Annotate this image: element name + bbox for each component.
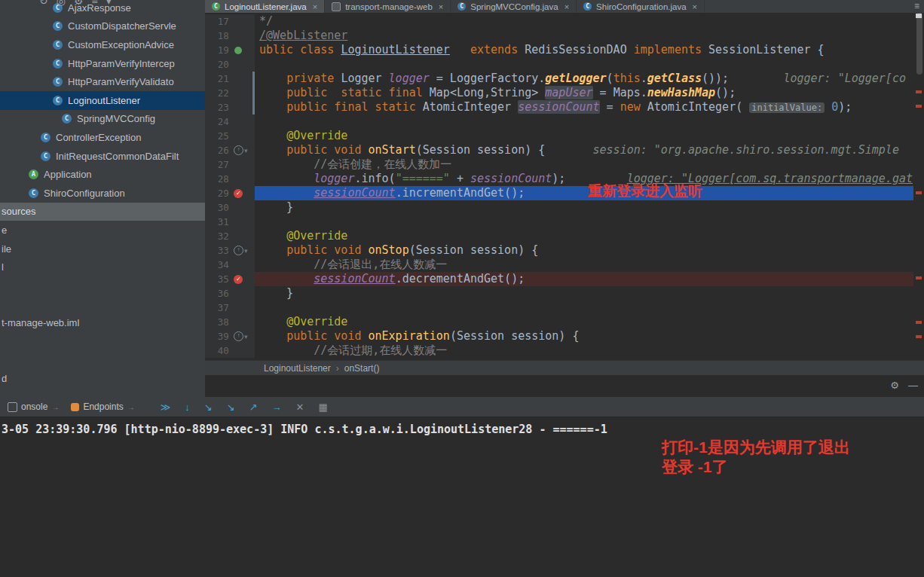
gutter[interactable]: 17 [205,14,255,29]
close-icon[interactable]: × [313,2,317,11]
tree-item-httpparamverifyintercep[interactable]: CHttpParamVerifyIntercep [0,54,205,73]
gutter-icon-slot[interactable]: ✓ [233,189,244,198]
code-line-39[interactable]: 39↑▾ public void onExpiration(Session se… [205,329,913,343]
gutter[interactable]: 20 [205,57,255,72]
close-icon[interactable]: × [693,2,697,11]
code-line-33[interactable]: 33↑▾ public void onStop(Session session)… [205,243,913,258]
gutter[interactable]: 34 [205,258,255,272]
editor-tab-loginoutlistener-java[interactable]: CLoginoutListener.java× [205,0,325,13]
fold-icon[interactable]: ▾ [244,147,252,154]
gear-icon[interactable]: ⚙ [890,380,899,391]
editor-tab-transport-manage-web[interactable]: transport-manage-web× [325,0,451,13]
rerun-icon[interactable]: ≫ [161,401,171,413]
tree-item-controllerexception[interactable]: CControllerException [0,128,205,147]
hide-icon[interactable]: — [908,380,918,391]
gutter[interactable]: 38 [205,315,255,329]
code-line-34[interactable]: 34 //会话退出,在线人数减一 [205,258,913,272]
code-line-18[interactable]: 18/@WebListener [205,29,913,43]
step-out-icon[interactable]: ↗ [249,401,258,413]
gutter[interactable]: 37 [205,301,255,315]
gutter[interactable]: 25 [205,129,255,143]
gutter[interactable]: 32 [205,229,255,243]
fold-icon[interactable]: ▾ [244,333,252,340]
code-line-35[interactable]: 35✓ sessionCount.decrementAndGet(); [205,272,913,286]
gutter-icon-slot[interactable]: ↑ [233,246,244,255]
tree-item-sources[interactable]: sources [0,203,205,221]
fold-icon[interactable]: ▾ [244,247,252,255]
gutter[interactable]: 29✓ [205,186,255,200]
gutter[interactable]: 35✓ [205,272,255,286]
scrollbar-thumb[interactable] [916,13,922,75]
run-to-cursor-icon[interactable]: → [272,401,282,413]
tree-item-t-manage-web-iml[interactable]: t-manage-web.iml [0,313,205,332]
gutter[interactable]: 22 [205,86,255,100]
gutter[interactable]: 26↑▾ [205,143,255,157]
gutter-icon-slot[interactable]: ↑ [233,331,244,341]
tree-item-initrequestcommondatafilt[interactable]: CInitRequestCommonDataFilt [0,147,205,166]
breadcrumb-item-loginoutlistener[interactable]: LoginoutListener [264,363,331,374]
gutter[interactable]: 18 [205,29,255,43]
code-line-37[interactable]: 37 [205,301,913,315]
tree-item-shiroconfiguration[interactable]: CShiroConfiguration [0,184,205,203]
gutter[interactable]: 28 [205,172,255,186]
code-line-40[interactable]: 40 //会话过期,在线人数减一 [205,343,913,358]
code-line-32[interactable]: 32 @Override [205,229,913,243]
console-tab-onsole[interactable]: onsole→ [2,397,65,417]
override-method-icon[interactable]: ↑ [234,331,243,341]
code-line-23[interactable]: 23 public final static AtomicInteger ses… [205,100,913,114]
gutter-icon-slot[interactable]: ↑ [233,145,244,155]
gutter[interactable]: 24 [205,114,255,129]
scroll-to-end-icon[interactable]: ↓ [185,401,190,413]
tree-item-httpparamverifyvalidato[interactable]: CHttpParamVerifyValidato [0,72,205,91]
mute-breakpoints-icon[interactable]: ✕ [296,401,304,413]
gutter[interactable]: 40 [205,343,255,358]
gutter[interactable]: 19 [205,43,255,57]
code-line-20[interactable]: 20 [205,57,913,72]
force-step-into-icon[interactable]: ↘ [227,401,235,413]
console-tab-endpoints[interactable]: Endpoints→ [65,397,140,417]
code-line-29[interactable]: 29✓ sessionCount.incrementAndGet(); [205,186,913,200]
sync-icon[interactable]: ↻ [39,0,48,7]
gutter[interactable]: 36 [205,286,255,301]
code-line-22[interactable]: 22 public static final Map<Long,String> … [205,86,913,100]
code-line-36[interactable]: 36 } [205,286,913,301]
gutter[interactable]: 27 [205,157,255,172]
tree-item-l[interactable]: l [0,258,205,276]
override-method-icon[interactable]: ↑ [234,145,243,155]
code-line-27[interactable]: 27 //会话创建，在线人数加一 [205,157,913,172]
gear-icon[interactable]: ⚙ [74,0,84,7]
tree-item-loginoutlistener[interactable]: CLoginoutListener [0,91,205,110]
override-method-icon[interactable]: ↑ [234,246,243,255]
tree-item-customexceptionadvice[interactable]: CCustomExceptionAdvice [0,35,205,54]
code-line-24[interactable]: 24 [205,114,913,129]
breakpoint-icon[interactable]: ✓ [234,189,243,198]
code-line-28[interactable]: 28 logger.info("======" + sessionCount);… [205,172,913,186]
gutter[interactable]: 23 [205,100,255,114]
code-line-19[interactable]: 19ublic class LoginoutListener extends R… [205,43,913,57]
gutter[interactable]: 33↑▾ [205,243,255,258]
close-icon[interactable]: × [439,2,443,11]
code-line-17[interactable]: 17*/ [205,14,913,29]
tree-item-e[interactable]: e [0,221,205,240]
code-line-30[interactable]: 30 } [205,200,913,215]
code-line-31[interactable]: 31 [205,215,913,229]
gutter-icon-slot[interactable] [233,47,244,54]
code-line-21[interactable]: 21 private Logger logger = LoggerFactory… [205,72,913,86]
step-over-icon[interactable]: ↘ [204,401,213,413]
soft-wrap-icon[interactable]: ▦ [318,401,327,413]
code-line-38[interactable]: 38 @Override [205,315,913,329]
breadcrumb-item-onstart[interactable]: onStart() [344,363,380,374]
run-class-icon[interactable] [234,47,242,54]
editor-tab-shiroconfiguration-java[interactable]: CShiroConfiguration.java× [577,0,705,13]
tree-item-d[interactable]: d [0,369,205,388]
gutter-icon-slot[interactable]: ✓ [233,275,244,284]
menu-icon[interactable]: ≡ [92,0,98,7]
gutter[interactable]: 21 [205,72,255,86]
target-icon[interactable]: ◎ [57,0,66,7]
tree-item-customdispatcherservle[interactable]: CCustomDispatcherServle [0,17,205,36]
code-line-25[interactable]: 25 @Override [205,129,913,143]
chevron-down-icon[interactable]: ▾ [106,0,112,7]
tree-item-application[interactable]: AApplication [0,165,205,184]
gutter[interactable]: 30 [205,200,255,215]
tree-item-ile[interactable]: ile [0,240,205,258]
